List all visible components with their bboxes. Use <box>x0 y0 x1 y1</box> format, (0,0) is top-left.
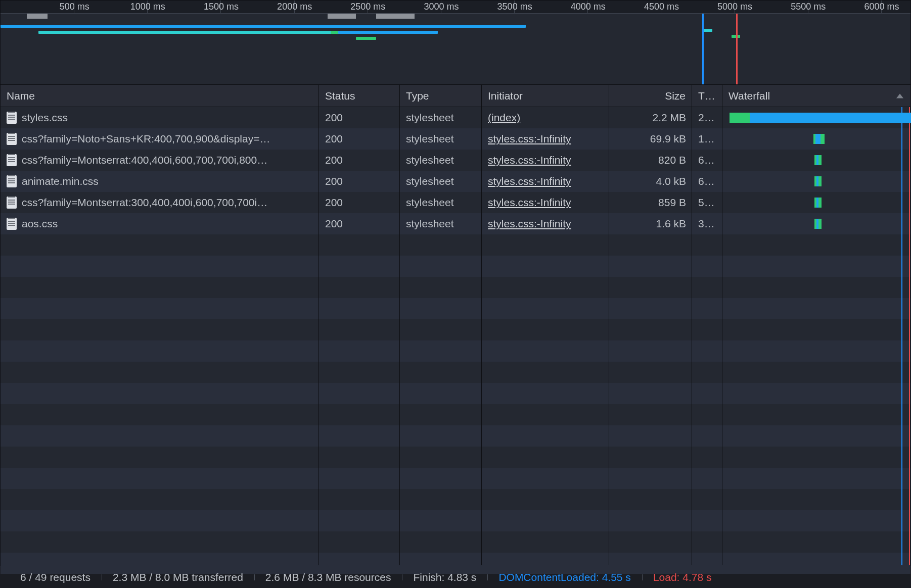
status-dcl: DOMContentLoaded: 4.55 s <box>487 571 642 583</box>
cell-waterfall[interactable] <box>722 128 910 150</box>
timeline-overview[interactable]: 500 ms1000 ms1500 ms2000 ms2500 ms3000 m… <box>0 0 911 85</box>
cell-waterfall[interactable] <box>722 192 910 213</box>
timeline-body[interactable] <box>1 14 910 84</box>
timeline-tick: 4000 ms <box>587 1 588 13</box>
timeline-tick: 1000 ms <box>147 1 148 13</box>
overview-bar <box>338 31 438 34</box>
file-name: css?family=Montserrat:400,400i,600,700,7… <box>22 154 267 166</box>
table-row[interactable]: aos.css200stylesheetstyles.css:-Infinity… <box>1 213 910 234</box>
cell-type: stylesheet <box>400 112 482 124</box>
waterfall-bar <box>814 198 822 208</box>
file-name: css?family=Montserrat:300,400,400i,600,7… <box>22 197 267 209</box>
waterfall-bar <box>730 113 911 123</box>
timeline-tick: 2000 ms <box>294 1 295 13</box>
cell-name[interactable]: css?family=Noto+Sans+KR:400,700,900&disp… <box>1 133 319 145</box>
status-load: Load: 4.78 s <box>642 571 723 583</box>
waterfall-bar <box>814 155 822 165</box>
waterfall-tail-segment <box>818 155 822 165</box>
status-finish: Finish: 4.83 s <box>402 571 487 583</box>
cell-status: 200 <box>319 218 400 230</box>
waterfall-tail-segment <box>818 198 822 208</box>
cell-waterfall[interactable] <box>722 213 910 234</box>
cell-type: stylesheet <box>400 133 482 145</box>
overview-gray-segment <box>27 14 48 19</box>
table-body[interactable]: styles.css200stylesheet(index)2.2 MB2…cs… <box>0 107 911 566</box>
cell-status: 200 <box>319 175 400 187</box>
table-header: Name Status Type Initiator Size T… Water… <box>0 85 911 107</box>
timeline-tick: 3500 ms <box>514 1 515 13</box>
cell-initiator: styles.css:-Infinity <box>482 175 609 187</box>
table-row[interactable]: css?family=Noto+Sans+KR:400,700,900&disp… <box>1 128 910 150</box>
timeline-tick-label: 500 ms <box>60 2 89 12</box>
column-header-waterfall[interactable]: Waterfall <box>722 85 910 107</box>
cell-time: 2… <box>692 112 722 124</box>
timeline-tick: 2500 ms <box>368 1 368 13</box>
column-header-type[interactable]: Type <box>400 85 482 107</box>
file-icon <box>7 175 17 187</box>
timeline-tick-label: 4500 ms <box>644 2 679 12</box>
cell-name[interactable]: animate.min.css <box>1 175 319 187</box>
cell-initiator: (index) <box>482 112 609 124</box>
waterfall-download-segment <box>815 134 821 144</box>
cell-type: stylesheet <box>400 197 482 209</box>
overview-marker-load <box>736 14 738 84</box>
status-requests: 6 / 49 requests <box>9 571 102 583</box>
cell-waterfall[interactable] <box>722 171 910 192</box>
timeline-tick: 1500 ms <box>220 1 221 13</box>
timeline-tick-label: 4000 ms <box>571 2 606 12</box>
column-header-initiator[interactable]: Initiator <box>482 85 609 107</box>
table-row[interactable]: animate.min.css200stylesheetstyles.css:-… <box>1 171 910 192</box>
initiator-link[interactable]: styles.css:-Infinity <box>488 218 571 229</box>
overview-gray-segment <box>328 14 355 19</box>
cell-type: stylesheet <box>400 154 482 166</box>
waterfall-bar <box>814 219 822 229</box>
timeline-ruler[interactable]: 500 ms1000 ms1500 ms2000 ms2500 ms3000 m… <box>1 1 910 14</box>
cell-name[interactable]: css?family=Montserrat:300,400,400i,600,7… <box>1 197 319 209</box>
timeline-tick: 4500 ms <box>661 1 661 13</box>
timeline-tick-label: 2000 ms <box>277 2 312 12</box>
column-header-name[interactable]: Name <box>1 85 319 107</box>
waterfall-download-segment <box>750 113 911 123</box>
overview-bar <box>38 31 338 34</box>
waterfall-bar <box>813 134 825 144</box>
file-name: animate.min.css <box>22 175 99 187</box>
cell-waterfall[interactable] <box>722 107 910 128</box>
table-row[interactable]: css?family=Montserrat:400,400i,600,700,7… <box>1 150 910 171</box>
column-header-time[interactable]: T… <box>692 85 722 107</box>
timeline-tick-label: 2500 ms <box>350 2 385 12</box>
cell-name[interactable]: css?family=Montserrat:400,400i,600,700,7… <box>1 154 319 166</box>
waterfall-tail-segment <box>818 176 822 186</box>
file-name: styles.css <box>22 112 68 124</box>
initiator-link[interactable]: (index) <box>488 112 520 123</box>
timeline-tick-label: 5500 ms <box>791 2 826 12</box>
timeline-tick-label: 1000 ms <box>130 2 165 12</box>
file-icon <box>7 197 17 209</box>
waterfall-tail-segment <box>821 134 825 144</box>
cell-size: 2.2 MB <box>609 112 692 124</box>
column-header-status[interactable]: Status <box>319 85 400 107</box>
cell-initiator: styles.css:-Infinity <box>482 154 609 166</box>
initiator-link[interactable]: styles.css:-Infinity <box>488 175 571 187</box>
status-transferred: 2.3 MB / 8.0 MB transferred <box>102 571 254 583</box>
initiator-link[interactable]: styles.css:-Infinity <box>488 133 571 144</box>
file-name: css?family=Noto+Sans+KR:400,700,900&disp… <box>22 133 270 145</box>
cell-name[interactable]: aos.css <box>1 218 319 230</box>
cell-size: 4.0 kB <box>609 175 692 187</box>
file-icon <box>7 218 17 230</box>
table-row[interactable]: styles.css200stylesheet(index)2.2 MB2… <box>1 107 910 128</box>
cell-name[interactable]: styles.css <box>1 112 319 124</box>
cell-waterfall[interactable] <box>722 150 910 171</box>
waterfall-bar <box>814 176 822 186</box>
table-row[interactable]: css?family=Montserrat:300,400,400i,600,7… <box>1 192 910 213</box>
cell-initiator: styles.css:-Infinity <box>482 197 609 209</box>
initiator-link[interactable]: styles.css:-Infinity <box>488 154 571 166</box>
waterfall-tail-segment <box>818 219 822 229</box>
timeline-tick-label: 6000 ms <box>864 2 899 12</box>
file-icon <box>7 112 17 124</box>
overview-bar <box>1 25 526 28</box>
timeline-tick: 6000 ms <box>881 1 882 13</box>
initiator-link[interactable]: styles.css:-Infinity <box>488 197 571 208</box>
cell-initiator: styles.css:-Infinity <box>482 133 609 145</box>
timeline-tick: 3000 ms <box>441 1 441 13</box>
column-header-size[interactable]: Size <box>609 85 692 107</box>
